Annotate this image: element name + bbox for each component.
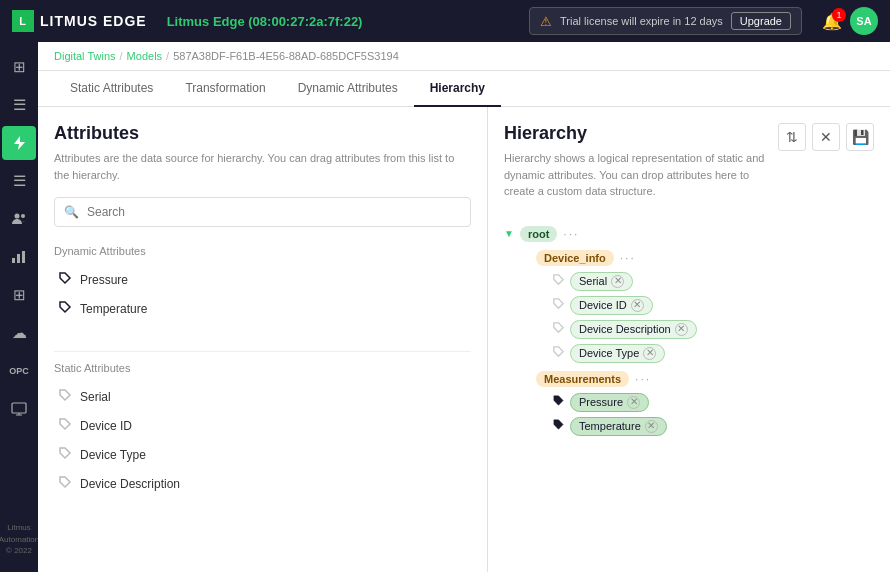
- list-item[interactable]: Serial: [54, 382, 471, 411]
- monitor-icon: [11, 401, 27, 417]
- breadcrumb-digital-twins[interactable]: Digital Twins: [54, 50, 116, 62]
- chip-device-description-remove[interactable]: ✕: [675, 323, 688, 336]
- static-attr-device-description: Device Description: [80, 477, 180, 491]
- tab-transformation[interactable]: Transformation: [169, 71, 281, 107]
- svg-rect-3: [17, 254, 20, 263]
- measurements-menu[interactable]: ···: [635, 372, 651, 386]
- hierarchy-title: Hierarchy: [504, 123, 778, 144]
- chip-device-type-label: Device Type ✕: [570, 344, 665, 363]
- device-label: Litmus Edge (08:00:27:2a:7f:22): [167, 14, 363, 29]
- static-section-title: Static Attributes: [54, 362, 471, 374]
- root-label: root: [520, 226, 557, 242]
- tab-static-attributes[interactable]: Static Attributes: [54, 71, 169, 107]
- measurements-label: Measurements: [536, 371, 629, 387]
- list-item[interactable]: Temperature: [54, 294, 471, 323]
- sidebar-item-cloud[interactable]: ☁: [2, 316, 36, 350]
- dynamic-attr-pressure: Pressure: [80, 273, 128, 287]
- chip-serial-label: Serial ✕: [570, 272, 633, 291]
- attributes-description: Attributes are the data source for hiera…: [54, 150, 471, 183]
- root-menu[interactable]: ···: [563, 227, 579, 241]
- hierarchy-controls: ⇅ ✕ 💾: [778, 123, 874, 151]
- tag-icon: [58, 417, 72, 434]
- expand-button[interactable]: ⇅: [778, 123, 806, 151]
- svg-point-1: [21, 214, 25, 218]
- chip-device-id-label: Device ID ✕: [570, 296, 653, 315]
- avatar[interactable]: SA: [850, 7, 878, 35]
- svg-rect-4: [22, 251, 25, 263]
- tag-icon: [58, 475, 72, 492]
- warning-icon: ⚠: [540, 14, 552, 29]
- panels: Attributes Attributes are the data sourc…: [38, 107, 890, 572]
- temperature-tag-icon: [552, 418, 565, 434]
- tab-bar: Static Attributes Transformation Dynamic…: [38, 71, 890, 107]
- logo-area: L LITMUS EDGE: [12, 10, 147, 32]
- app-name: LITMUS EDGE: [40, 13, 147, 29]
- tag-icon: [58, 446, 72, 463]
- bar-chart-icon: [11, 249, 27, 265]
- tree-children: Device_info ··· Serial ✕: [536, 250, 874, 436]
- svg-rect-5: [12, 403, 26, 413]
- save-button[interactable]: 💾: [846, 123, 874, 151]
- breadcrumb-sep2: /: [166, 50, 169, 62]
- dynamic-section-title: Dynamic Attributes: [54, 245, 471, 257]
- breadcrumb-id: 587A38DF-F61B-4E56-88AD-685DCF5S3194: [173, 50, 399, 62]
- chip-serial-remove[interactable]: ✕: [611, 275, 624, 288]
- static-attributes-section: Static Attributes Serial Device ID: [54, 362, 471, 498]
- device-info-header: Device_info ···: [536, 250, 874, 266]
- static-attr-device-id: Device ID: [80, 419, 132, 433]
- trial-banner: ⚠ Trial license will expire in 12 days U…: [529, 7, 802, 35]
- sidebar-item-users[interactable]: [2, 202, 36, 236]
- sidebar-item-analytics[interactable]: [2, 240, 36, 274]
- list-item[interactable]: Device ID: [54, 411, 471, 440]
- users-icon: [11, 211, 27, 227]
- device-id-tag-icon: [552, 297, 565, 313]
- footer-brand: Litmus: [0, 522, 39, 533]
- sidebar-item-opc[interactable]: OPC: [2, 354, 36, 388]
- logo-icon: L: [12, 10, 34, 32]
- tag-icon: [58, 271, 72, 288]
- chip-device-type: Device Type ✕: [552, 344, 874, 363]
- list-item[interactable]: Device Description: [54, 469, 471, 498]
- sidebar-item-menu2[interactable]: ☰: [2, 164, 36, 198]
- collapse-button[interactable]: ✕: [812, 123, 840, 151]
- notification-area: 🔔 1 SA: [822, 7, 878, 35]
- breadcrumb-models[interactable]: Models: [127, 50, 162, 62]
- chip-device-description: Device Description ✕: [552, 320, 874, 339]
- device-info-menu[interactable]: ···: [620, 251, 636, 265]
- sidebar-item-dashboard[interactable]: ⊞: [2, 50, 36, 84]
- trial-text: Trial license will expire in 12 days: [560, 15, 723, 27]
- top-navigation: L LITMUS EDGE Litmus Edge (08:00:27:2a:7…: [0, 0, 890, 42]
- sidebar-item-list[interactable]: ☰: [2, 88, 36, 122]
- chip-serial: Serial ✕: [552, 272, 874, 291]
- search-box: 🔍: [54, 197, 471, 227]
- upgrade-button[interactable]: Upgrade: [731, 12, 791, 30]
- tab-hierarchy[interactable]: Hierarchy: [414, 71, 501, 107]
- tag-icon: [58, 388, 72, 405]
- footer-brand2: Automation: [0, 534, 39, 545]
- list-item[interactable]: Device Type: [54, 440, 471, 469]
- device-type-tag-icon: [552, 345, 565, 361]
- hierarchy-description: Hierarchy shows a logical representation…: [504, 150, 778, 200]
- chip-pressure-remove[interactable]: ✕: [627, 396, 640, 409]
- section-divider: [54, 351, 471, 352]
- chip-temperature-remove[interactable]: ✕: [645, 420, 658, 433]
- static-attr-device-type: Device Type: [80, 448, 146, 462]
- tab-dynamic-attributes[interactable]: Dynamic Attributes: [282, 71, 414, 107]
- chip-device-type-remove[interactable]: ✕: [643, 347, 656, 360]
- chip-device-id-remove[interactable]: ✕: [631, 299, 644, 312]
- attributes-panel: Attributes Attributes are the data sourc…: [38, 107, 488, 572]
- lightning-icon: [11, 135, 27, 151]
- sidebar-item-grid[interactable]: ⊞: [2, 278, 36, 312]
- device-info-label: Device_info: [536, 250, 614, 266]
- measurements-group: Measurements ··· Pressure ✕: [536, 371, 874, 436]
- sidebar-item-monitor[interactable]: [2, 392, 36, 426]
- breadcrumb: Digital Twins / Models / 587A38DF-F61B-4…: [38, 42, 890, 71]
- hierarchy-panel: Hierarchy Hierarchy shows a logical repr…: [488, 107, 890, 572]
- sidebar-item-digital-twins[interactable]: [2, 126, 36, 160]
- root-toggle[interactable]: ▼: [504, 228, 514, 239]
- svg-point-0: [15, 214, 20, 219]
- notification-bell[interactable]: 🔔 1: [822, 12, 842, 31]
- chip-device-description-label: Device Description ✕: [570, 320, 697, 339]
- list-item[interactable]: Pressure: [54, 265, 471, 294]
- search-input[interactable]: [54, 197, 471, 227]
